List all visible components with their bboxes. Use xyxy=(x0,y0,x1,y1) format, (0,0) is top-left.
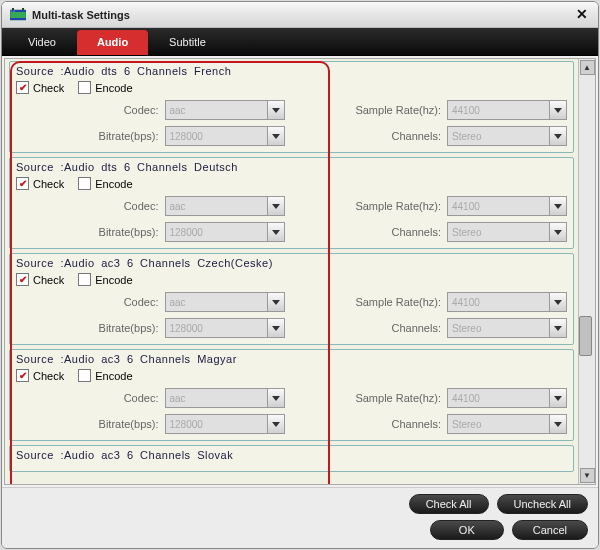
settings-window: Multi-task Settings ✕ Video Audio Subtit… xyxy=(1,1,599,549)
source-title: Source :Audio ac3 6 Channels Slovak xyxy=(16,449,567,461)
chevron-down-icon xyxy=(549,127,566,145)
chevron-down-icon xyxy=(549,415,566,433)
channels-select[interactable]: Stereo xyxy=(447,318,567,338)
source-group: Source :Audio dts 6 Channels French Chec… xyxy=(9,61,574,153)
bitrate-select[interactable]: 128000 xyxy=(165,222,285,242)
check-checkbox[interactable]: Check xyxy=(16,273,64,286)
scroll-down-button[interactable]: ▼ xyxy=(580,468,595,483)
bitrate-select[interactable]: 128000 xyxy=(165,414,285,434)
chevron-down-icon xyxy=(267,223,284,241)
source-group: Source :Audio ac3 6 Channels Slovak xyxy=(9,445,574,472)
channels-select[interactable]: Stereo xyxy=(447,222,567,242)
chevron-down-icon xyxy=(267,197,284,215)
channels-label: Channels: xyxy=(391,130,441,142)
bitrate-select[interactable]: 128000 xyxy=(165,318,285,338)
samplerate-select[interactable]: 44100 xyxy=(447,100,567,120)
content-pane: Source :Audio dts 6 Channels French Chec… xyxy=(5,59,578,484)
scroll-thumb[interactable] xyxy=(579,316,592,356)
ok-button[interactable]: OK xyxy=(430,520,504,540)
chevron-down-icon xyxy=(549,197,566,215)
samplerate-select[interactable]: 44100 xyxy=(447,196,567,216)
source-title: Source :Audio ac3 6 Channels Czech(Ceske… xyxy=(16,257,567,269)
vertical-scrollbar[interactable]: ▲ ▼ xyxy=(578,59,595,484)
chevron-down-icon xyxy=(549,319,566,337)
svg-rect-1 xyxy=(12,8,14,10)
tab-audio[interactable]: Audio xyxy=(77,30,148,55)
chevron-down-icon xyxy=(267,389,284,407)
cancel-button[interactable]: Cancel xyxy=(512,520,588,540)
chevron-down-icon xyxy=(267,293,284,311)
tab-video[interactable]: Video xyxy=(8,30,76,55)
source-title: Source :Audio dts 6 Channels French xyxy=(16,65,567,77)
chevron-down-icon xyxy=(267,127,284,145)
encode-checkbox[interactable]: Encode xyxy=(78,81,132,94)
samplerate-select[interactable]: 44100 xyxy=(447,388,567,408)
chevron-down-icon xyxy=(267,319,284,337)
codec-select[interactable]: aac xyxy=(165,292,285,312)
chevron-down-icon xyxy=(549,293,566,311)
channels-select[interactable]: Stereo xyxy=(447,126,567,146)
titlebar: Multi-task Settings ✕ xyxy=(2,2,598,28)
scroll-up-button[interactable]: ▲ xyxy=(580,60,595,75)
source-group: Source :Audio ac3 6 Channels Magyar Chec… xyxy=(9,349,574,441)
source-title: Source :Audio ac3 6 Channels Magyar xyxy=(16,353,567,365)
chevron-down-icon xyxy=(267,415,284,433)
close-button[interactable]: ✕ xyxy=(574,7,590,23)
scroll-track[interactable] xyxy=(579,76,595,467)
samplerate-select[interactable]: 44100 xyxy=(447,292,567,312)
window-title: Multi-task Settings xyxy=(32,9,574,21)
scroll-area: Source :Audio dts 6 Channels French Chec… xyxy=(4,58,596,485)
codec-label: Codec: xyxy=(124,104,159,116)
check-checkbox[interactable]: Check xyxy=(16,177,64,190)
app-icon xyxy=(10,8,26,22)
source-group: Source :Audio ac3 6 Channels Czech(Ceske… xyxy=(9,253,574,345)
codec-select[interactable]: aac xyxy=(165,196,285,216)
tabs-bar: Video Audio Subtitle xyxy=(2,28,598,56)
source-group: Source :Audio dts 6 Channels Deutsch Che… xyxy=(9,157,574,249)
encode-checkbox[interactable]: Encode xyxy=(78,177,132,190)
encode-checkbox[interactable]: Encode xyxy=(78,369,132,382)
codec-select[interactable]: aac xyxy=(165,388,285,408)
channels-select[interactable]: Stereo xyxy=(447,414,567,434)
chevron-down-icon xyxy=(549,223,566,241)
samplerate-label: Sample Rate(hz): xyxy=(355,104,441,116)
footer: Check All Uncheck All OK Cancel xyxy=(2,487,598,548)
bitrate-label: Bitrate(bps): xyxy=(99,130,159,142)
tab-subtitle[interactable]: Subtitle xyxy=(149,30,226,55)
svg-rect-3 xyxy=(10,10,26,12)
chevron-down-icon xyxy=(549,389,566,407)
uncheck-all-button[interactable]: Uncheck All xyxy=(497,494,588,514)
chevron-down-icon xyxy=(549,101,566,119)
chevron-down-icon xyxy=(267,101,284,119)
check-checkbox[interactable]: Check xyxy=(16,81,64,94)
svg-rect-2 xyxy=(22,8,24,10)
codec-select[interactable]: aac xyxy=(165,100,285,120)
check-checkbox[interactable]: Check xyxy=(16,369,64,382)
source-title: Source :Audio dts 6 Channels Deutsch xyxy=(16,161,567,173)
svg-point-6 xyxy=(14,10,15,11)
svg-point-5 xyxy=(11,10,12,11)
svg-rect-4 xyxy=(10,18,26,20)
check-all-button[interactable]: Check All xyxy=(409,494,489,514)
encode-checkbox[interactable]: Encode xyxy=(78,273,132,286)
bitrate-select[interactable]: 128000 xyxy=(165,126,285,146)
